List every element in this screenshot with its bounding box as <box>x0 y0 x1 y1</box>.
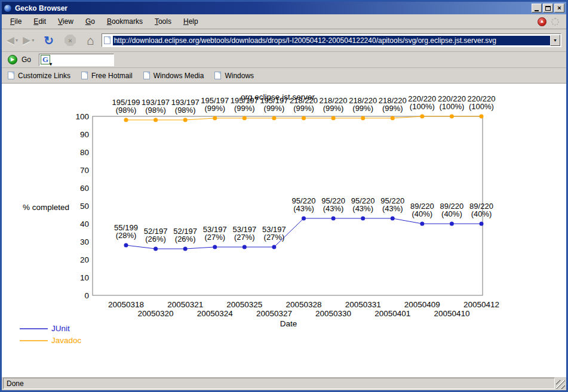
house-icon: ⌂ <box>87 33 94 47</box>
arrow-right-icon: ▶ <box>23 35 30 46</box>
svg-text:(98%): (98%) <box>116 106 137 115</box>
svg-text:20050410: 20050410 <box>434 309 469 318</box>
svg-text:20050409: 20050409 <box>404 300 440 309</box>
minimize-icon <box>535 10 539 11</box>
series-junit: 55/199(28%)52/197(26%)52/197(26%)53/197(… <box>114 196 493 251</box>
menu-item-edit[interactable]: Edit <box>27 15 52 28</box>
status-text: Done <box>3 378 555 389</box>
menu-item-help[interactable]: Help <box>177 15 204 28</box>
svg-text:60: 60 <box>80 184 89 193</box>
svg-text:(99%): (99%) <box>382 104 403 113</box>
bookmarks-toolbar: Customize LinksFree HotmailWindows Media… <box>2 68 566 84</box>
svg-text:20050325: 20050325 <box>226 300 262 309</box>
svg-text:(27%): (27%) <box>234 233 255 242</box>
svg-text:Javadoc: Javadoc <box>51 336 82 345</box>
bookmark-label: Customize Links <box>18 72 70 80</box>
svg-text:20050327: 20050327 <box>256 309 292 318</box>
x-axis-label: Date <box>280 319 297 328</box>
svg-text:80: 80 <box>80 148 89 157</box>
reload-button[interactable]: ↻ <box>44 35 54 47</box>
statusbar: Done <box>2 376 566 390</box>
url-input[interactable]: http://download.eclipse.org/webtools/dow… <box>113 36 550 45</box>
back-dropdown[interactable]: ▾ <box>16 38 18 43</box>
menubar: FileEditViewGoBookmarksToolsHelp ▲ <box>2 14 566 29</box>
minimize-button[interactable] <box>532 4 542 13</box>
svg-text:(27%): (27%) <box>204 233 225 242</box>
titlebar[interactable]: Gecko Browser × <box>2 2 566 14</box>
stop-button[interactable]: × <box>65 35 76 46</box>
search-toolbar: ▶ Go G <box>2 52 566 68</box>
svg-text:(100%): (100%) <box>469 102 494 111</box>
bookmark-item-windows-media[interactable]: Windows Media <box>143 72 204 80</box>
bookmark-item-windows[interactable]: Windows <box>214 72 254 80</box>
window-controls: × <box>532 4 564 13</box>
svg-text:(40%): (40%) <box>441 209 462 218</box>
close-button[interactable]: × <box>554 4 564 13</box>
google-g-icon[interactable]: G <box>41 55 50 64</box>
svg-text:(99%): (99%) <box>204 104 225 113</box>
navigation-toolbar: ◀ ▾ ▶ ▾ ↻ × ⌂ http://download.eclipse.or… <box>2 29 566 52</box>
resize-grip[interactable] <box>556 380 565 389</box>
go-button[interactable]: ▶ <box>8 55 17 64</box>
y-axis-label: % completed <box>23 203 69 212</box>
menubar-right: ▲ <box>538 17 564 26</box>
forward-button[interactable]: ▶ <box>23 35 30 45</box>
bookmark-label: Free Hotmail <box>91 72 133 80</box>
browser-window: Gecko Browser × FileEditViewGoBookmarksT… <box>0 0 568 392</box>
legend: JUnitJavadoc <box>20 324 82 345</box>
bookmark-label: Windows <box>225 72 254 80</box>
svg-text:20050401: 20050401 <box>374 309 410 318</box>
refresh-icon: ↻ <box>44 34 54 47</box>
svg-text:20050328: 20050328 <box>285 300 321 309</box>
x-axis: 2005031820050320200503212005032420050325… <box>108 300 499 328</box>
page-icon <box>81 72 88 79</box>
svg-text:20: 20 <box>80 255 89 264</box>
forward-dropdown[interactable]: ▾ <box>32 38 34 43</box>
page-icon <box>8 72 14 79</box>
page-icon <box>104 36 110 44</box>
svg-text:(43%): (43%) <box>293 204 314 213</box>
svg-text:(26%): (26%) <box>145 234 166 243</box>
svg-text:(100%): (100%) <box>410 102 435 111</box>
svg-text:(98%): (98%) <box>145 106 166 115</box>
maximize-button[interactable] <box>543 4 553 13</box>
y-axis: 0102030405060708090100% completed <box>23 112 89 300</box>
bookmark-item-free-hotmail[interactable]: Free Hotmail <box>81 72 133 80</box>
menu-item-bookmarks[interactable]: Bookmarks <box>101 15 149 28</box>
search-input[interactable] <box>54 55 112 64</box>
svg-text:(27%): (27%) <box>264 233 285 242</box>
svg-text:20050318: 20050318 <box>108 300 144 309</box>
svg-text:(40%): (40%) <box>471 209 492 218</box>
svg-text:20050331: 20050331 <box>345 300 381 309</box>
svg-text:(40%): (40%) <box>412 209 432 218</box>
menu-item-tools[interactable]: Tools <box>149 15 177 28</box>
svg-text:(99%): (99%) <box>264 104 285 113</box>
svg-text:(26%): (26%) <box>175 234 196 243</box>
home-button[interactable]: ⌂ <box>87 34 94 47</box>
svg-text:(99%): (99%) <box>293 104 314 113</box>
completion-chart: org.eclipse.jst.server010203040506070809… <box>2 84 566 376</box>
maximize-icon <box>545 6 551 11</box>
svg-text:20050321: 20050321 <box>167 300 203 309</box>
menu-item-go[interactable]: Go <box>79 15 101 28</box>
svg-text:10: 10 <box>80 273 89 282</box>
url-bar[interactable]: http://download.eclipse.org/webtools/dow… <box>102 33 561 47</box>
close-icon: × <box>557 5 561 11</box>
window-title: Gecko Browser <box>15 4 529 13</box>
svg-text:(100%): (100%) <box>439 102 464 111</box>
back-button[interactable]: ◀ <box>7 35 14 45</box>
menu-item-view[interactable]: View <box>52 15 79 28</box>
svg-text:(43%): (43%) <box>382 204 403 213</box>
menu-item-file[interactable]: File <box>4 15 27 28</box>
chevron-down-icon: ▼ <box>553 38 557 42</box>
svg-text:(98%): (98%) <box>175 106 196 115</box>
svg-text:0: 0 <box>84 291 89 300</box>
url-dropdown-button[interactable]: ▼ <box>550 35 560 46</box>
svg-text:(43%): (43%) <box>323 204 344 213</box>
bookmark-item-customize-links[interactable]: Customize Links <box>8 72 70 80</box>
search-box[interactable]: G <box>39 54 114 66</box>
red-alert-circle-icon[interactable]: ▲ <box>538 17 546 26</box>
svg-text:20050320: 20050320 <box>138 309 174 318</box>
svg-text:90: 90 <box>80 130 89 139</box>
bookmark-label: Windows Media <box>153 72 204 80</box>
